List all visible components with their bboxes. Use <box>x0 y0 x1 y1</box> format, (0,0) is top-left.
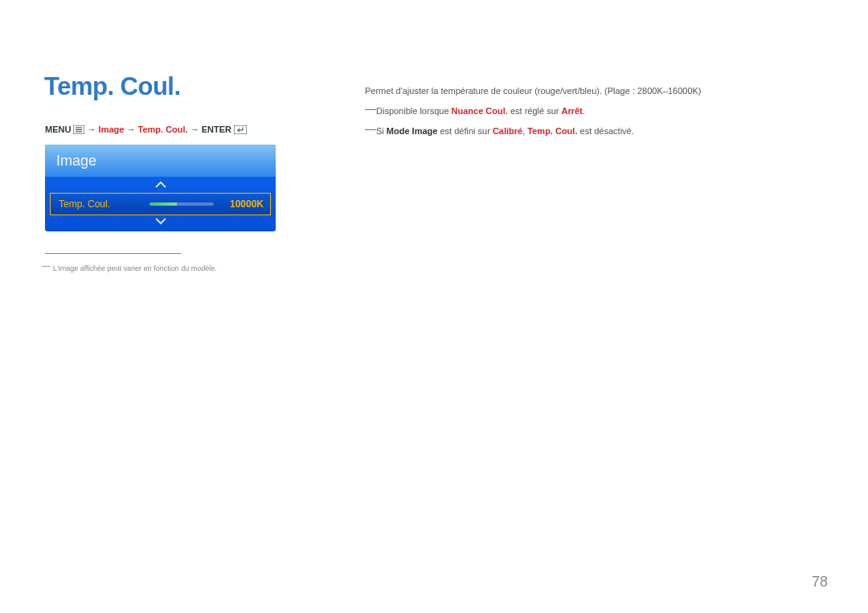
chevron-up-row[interactable] <box>45 177 276 193</box>
chevron-up-icon <box>154 181 167 189</box>
breadcrumb-menu: MENU <box>45 125 71 134</box>
note1-hl-arret: Arrêt <box>562 106 583 116</box>
menu-item-slider[interactable] <box>110 202 227 206</box>
dash-icon: ― <box>365 123 376 134</box>
menu-item-label: Temp. Coul. <box>59 198 110 210</box>
menu-item-temp-coul[interactable]: Temp. Coul. 10000K <box>50 193 271 215</box>
note2-pre: Si <box>376 126 387 136</box>
note-2: ― Si Mode Image est défini sur Calibré, … <box>365 123 815 140</box>
note1-hl-nuance: Nuance Coul. <box>452 106 508 116</box>
breadcrumb-arrow-1: → <box>88 125 96 134</box>
note-1: ― Disponible lorsque Nuance Coul. est ré… <box>365 103 815 120</box>
note1-pre: Disponible lorsque <box>376 106 452 116</box>
breadcrumb-enter: ENTER <box>202 125 231 134</box>
breadcrumb-image: Image <box>99 125 125 134</box>
breadcrumb-arrow-3: → <box>190 125 199 134</box>
note2-mode-image: Mode Image <box>387 126 438 136</box>
note1-end: . <box>583 106 585 116</box>
menu-icon <box>73 125 84 134</box>
image-footnote-text: L'image affichée peut varier en fonction… <box>45 264 286 274</box>
menu-panel: Image Temp. Coul. 10000K <box>45 145 276 231</box>
breadcrumb-temp: Temp. Coul. <box>138 125 188 134</box>
page-title: Temp. Coul. <box>44 72 181 101</box>
note2-mid1: est défini sur <box>437 126 492 136</box>
note2-temp: Temp. Coul. <box>527 126 577 136</box>
description-column: Permet d'ajuster la température de coule… <box>365 83 815 140</box>
menu-item-value: 10000K <box>227 198 264 210</box>
menu-panel-header: Image <box>45 145 276 177</box>
dash-icon: ― <box>365 103 376 114</box>
note1-mid: est réglé sur <box>508 106 562 116</box>
chevron-down-icon <box>154 217 167 225</box>
breadcrumb-arrow-2: → <box>126 125 135 134</box>
slider-track <box>149 202 214 206</box>
image-footnote: L'image affichée peut varier en fonction… <box>45 255 286 274</box>
enter-icon <box>234 125 247 134</box>
note2-calibre: Calibré <box>493 126 522 136</box>
breadcrumb: MENU → Image → Temp. Coul. → ENTER <box>45 125 247 134</box>
page-number: 78 <box>812 574 828 591</box>
note2-end: est désactivé. <box>577 126 633 136</box>
description-text: Permet d'ajuster la température de coule… <box>365 83 815 100</box>
chevron-down-row[interactable] <box>45 215 276 231</box>
